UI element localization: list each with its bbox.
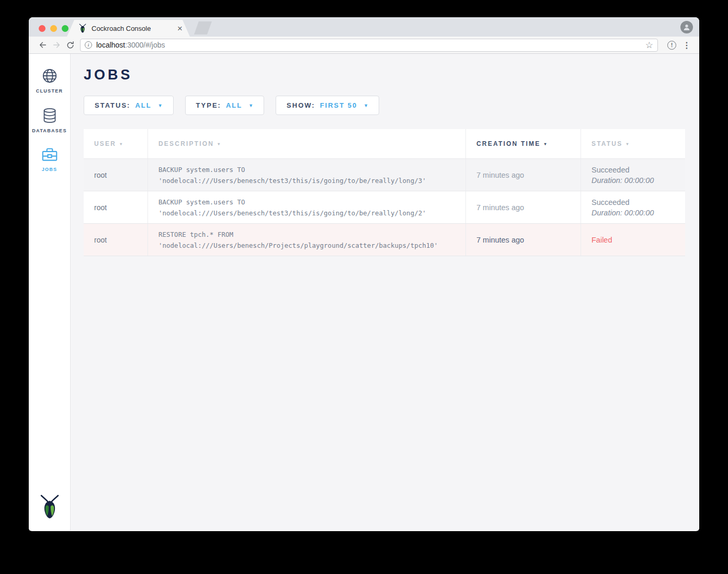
url-host: localhost xyxy=(96,41,125,49)
tab-title: Cockroach Console xyxy=(92,25,177,32)
filter-bar: STATUS: ALL ▼ TYPE: ALL ▼ SHOW: FIRST 50… xyxy=(84,96,685,115)
table-header-row: USER ▾ DESCRIPTION ▾ CREATION TIME ▾ STA… xyxy=(84,129,685,159)
profile-avatar-icon[interactable] xyxy=(680,21,693,33)
job-duration: Duration: 00:00:00 xyxy=(592,208,675,218)
cockroach-favicon-icon xyxy=(78,24,87,33)
filter-label: TYPE: xyxy=(196,101,221,109)
tab-strip: Cockroach Console × xyxy=(29,17,699,37)
column-header-creation-time[interactable]: CREATION TIME ▾ xyxy=(465,129,581,158)
app-area: CLUSTER DATABASES xyxy=(29,54,699,531)
zoom-window-button[interactable] xyxy=(62,25,69,32)
filter-value: FIRST 50 xyxy=(320,101,358,109)
bookmark-star-icon[interactable]: ☆ xyxy=(645,40,653,51)
sort-arrow-icon: ▾ xyxy=(120,142,123,146)
main-content: JOBS STATUS: ALL ▼ TYPE: ALL ▼ SHOW: FIR… xyxy=(71,54,699,531)
sort-arrow-icon: ▾ xyxy=(626,142,629,146)
jobs-table: USER ▾ DESCRIPTION ▾ CREATION TIME ▾ STA… xyxy=(84,129,685,256)
column-header-description[interactable]: DESCRIPTION ▾ xyxy=(147,129,465,158)
chevron-down-icon: ▼ xyxy=(363,103,368,108)
job-status: Failed xyxy=(592,235,675,245)
job-creation-time: 7 minutes ago xyxy=(476,203,570,212)
sidebar-item-jobs[interactable]: JOBS xyxy=(29,147,70,172)
job-description-line2: 'nodelocal:///Users/benesch/test3/this/i… xyxy=(158,208,455,219)
close-window-button[interactable] xyxy=(39,25,46,32)
job-duration: Duration: 00:00:00 xyxy=(592,175,675,186)
page-title: JOBS xyxy=(84,67,685,83)
table-row[interactable]: root RESTORE tpch.* FROM 'nodelocal:///U… xyxy=(84,224,685,256)
sidebar-item-cluster[interactable]: CLUSTER xyxy=(29,68,70,94)
briefcase-icon xyxy=(42,147,58,162)
chevron-down-icon: ▼ xyxy=(248,103,253,108)
column-header-user[interactable]: USER ▾ xyxy=(84,129,147,158)
sidebar-item-label: JOBS xyxy=(42,167,58,172)
sidebar-item-databases[interactable]: DATABASES xyxy=(29,108,70,133)
job-status: Succeeded xyxy=(592,165,675,175)
traffic-lights xyxy=(39,25,69,32)
url-text[interactable]: localhost:3000/#/jobs xyxy=(96,41,645,49)
close-tab-icon[interactable]: × xyxy=(177,24,183,33)
type-filter-dropdown[interactable]: TYPE: ALL ▼ xyxy=(185,96,265,115)
minimize-window-button[interactable] xyxy=(50,25,57,32)
globe-icon xyxy=(42,68,58,84)
status-filter-dropdown[interactable]: STATUS: ALL ▼ xyxy=(84,96,174,115)
filter-value: ALL xyxy=(135,101,151,109)
job-description-line1: RESTORE tpch.* FROM xyxy=(158,229,455,240)
filter-label: STATUS: xyxy=(95,101,130,109)
sort-arrow-icon: ▾ xyxy=(544,142,547,146)
url-path: :3000/#/jobs xyxy=(125,41,165,49)
cockroach-logo-icon xyxy=(39,494,60,521)
job-description-line1: BACKUP system.users TO xyxy=(158,197,455,208)
job-creation-time: 7 minutes ago xyxy=(476,171,570,179)
column-header-label: USER xyxy=(94,140,116,147)
sidebar: CLUSTER DATABASES xyxy=(29,54,71,531)
column-header-label: DESCRIPTION xyxy=(158,140,214,147)
browser-tab[interactable]: Cockroach Console × xyxy=(67,20,190,37)
reload-button[interactable] xyxy=(63,38,77,52)
browser-toolbar: i localhost:3000/#/jobs ☆ ! ⋮ xyxy=(29,37,699,54)
browser-window: Cockroach Console × i localhost:3000/#/j… xyxy=(29,17,699,531)
column-header-label: STATUS xyxy=(592,140,622,147)
sidebar-item-label: CLUSTER xyxy=(36,88,63,94)
forward-button[interactable] xyxy=(50,38,63,52)
extension-icon[interactable]: ! xyxy=(667,41,676,50)
table-row[interactable]: root BACKUP system.users TO 'nodelocal:/… xyxy=(84,191,685,224)
filter-label: SHOW: xyxy=(287,101,315,109)
chevron-down-icon: ▼ xyxy=(158,103,163,108)
job-user: root xyxy=(94,171,137,179)
job-description-line1: BACKUP system.users TO xyxy=(158,164,455,175)
job-creation-time: 7 minutes ago xyxy=(476,236,570,244)
job-description-line2: 'nodelocal:///Users/benesch/test3/this/i… xyxy=(158,175,455,186)
url-bar[interactable]: i localhost:3000/#/jobs ☆ xyxy=(80,39,658,52)
filter-value: ALL xyxy=(226,101,242,109)
job-user: root xyxy=(94,203,137,212)
chrome-menu-icon[interactable]: ⋮ xyxy=(679,40,694,50)
column-header-status[interactable]: STATUS ▾ xyxy=(581,129,685,158)
table-row[interactable]: root BACKUP system.users TO 'nodelocal:/… xyxy=(84,159,685,191)
job-status: Succeeded xyxy=(592,197,675,208)
new-tab-button[interactable] xyxy=(194,21,212,35)
back-button[interactable] xyxy=(36,38,50,52)
page-info-icon[interactable]: i xyxy=(85,41,92,49)
column-header-label: CREATION TIME xyxy=(476,140,540,147)
job-description-line2: 'nodelocal:///Users/benesch/Projects/pla… xyxy=(158,240,455,251)
show-filter-dropdown[interactable]: SHOW: FIRST 50 ▼ xyxy=(276,96,379,115)
job-user: root xyxy=(94,236,137,244)
sort-arrow-icon: ▾ xyxy=(218,142,221,146)
sidebar-item-label: DATABASES xyxy=(32,128,66,133)
database-icon xyxy=(42,108,57,123)
